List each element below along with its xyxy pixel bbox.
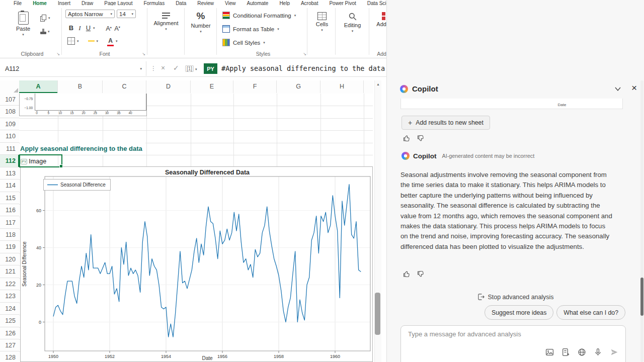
menu-tab-review[interactable]: Review bbox=[192, 0, 219, 6]
number-button[interactable]: % Number ▾ bbox=[188, 8, 213, 33]
pane-collapse-icon[interactable] bbox=[614, 86, 621, 92]
menu-tab-file[interactable]: File bbox=[8, 0, 27, 6]
sheet-cells[interactable]: −0.75−1.000510152025303540 Apply seasona… bbox=[19, 94, 373, 362]
send-icon[interactable] bbox=[610, 348, 618, 356]
enter-icon[interactable]: ✓ bbox=[173, 64, 179, 72]
italic-button[interactable]: I bbox=[76, 24, 84, 33]
bold-button[interactable]: B bbox=[67, 24, 75, 33]
row-header-121[interactable]: 121 bbox=[0, 265, 19, 278]
stop-advanced-analysis-button[interactable]: Stop advanced analysis bbox=[387, 293, 644, 301]
python-object-tag[interactable]: [1] bbox=[185, 65, 194, 72]
column-header-b[interactable]: B bbox=[58, 80, 103, 93]
font-name-combo[interactable]: Aptos Narrow▾ bbox=[65, 10, 115, 18]
fill-color-button[interactable] bbox=[88, 40, 95, 42]
menu-tab-acrobat[interactable]: Acrobat bbox=[295, 0, 324, 6]
row-header-112[interactable]: 112 bbox=[0, 155, 19, 167]
pane-scrollbar-thumb[interactable] bbox=[640, 278, 643, 316]
row-header-115[interactable]: 115 bbox=[0, 192, 19, 204]
row-header-118[interactable]: 118 bbox=[0, 229, 19, 241]
row-header-108[interactable]: 108 bbox=[0, 106, 19, 118]
suggestion-pill-what-else-can-i-do-[interactable]: What else can I do? bbox=[556, 305, 625, 320]
menu-tab-page-layout[interactable]: Page Layout bbox=[99, 0, 138, 6]
row-header-117[interactable]: 117 bbox=[0, 217, 19, 229]
thumbs-down-icon[interactable] bbox=[417, 270, 425, 278]
copilot-chat-box[interactable] bbox=[400, 325, 626, 362]
globe-icon[interactable] bbox=[578, 348, 586, 356]
menu-tab-formulas[interactable]: Formulas bbox=[138, 0, 170, 6]
font-color-button[interactable]: A bbox=[107, 36, 114, 46]
row-header-125[interactable]: 125 bbox=[0, 315, 19, 327]
column-header-e[interactable]: E bbox=[191, 80, 233, 93]
row-header-126[interactable]: 126 bbox=[0, 327, 19, 339]
cancel-icon[interactable]: × bbox=[161, 64, 165, 72]
heading-cell-a111[interactable]: Apply seasonal differencing to the data bbox=[20, 142, 145, 155]
row-header-128[interactable]: 128 bbox=[0, 351, 19, 362]
conditional-formatting-button[interactable]: Conditional Formatting▾ bbox=[222, 12, 296, 19]
clipboard-dialog-launcher-icon[interactable]: ↘ bbox=[56, 52, 60, 56]
row-header-109[interactable]: 109 bbox=[0, 118, 19, 130]
row-header-116[interactable]: 116 bbox=[0, 204, 19, 216]
prompt-library-icon[interactable] bbox=[561, 348, 570, 356]
partial-chart-object[interactable]: −0.75−1.000510152025303540 bbox=[19, 94, 147, 116]
copilot-chat-input[interactable] bbox=[407, 330, 560, 338]
format-painter-button[interactable]: ▾ bbox=[40, 29, 50, 34]
column-header-h[interactable]: H bbox=[320, 80, 364, 93]
sheet-scrollbar-thumb[interactable] bbox=[375, 293, 380, 335]
cell-styles-button[interactable]: Cell Styles▾ bbox=[222, 39, 265, 46]
row-header-107[interactable]: 107 bbox=[0, 94, 19, 106]
chevron-down-icon: ▾ bbox=[165, 27, 167, 31]
pane-scrollbar[interactable] bbox=[640, 80, 643, 362]
menu-tab-insert[interactable]: Insert bbox=[52, 0, 76, 6]
row-header-114[interactable]: 114 bbox=[0, 179, 19, 192]
pane-close-icon[interactable]: × bbox=[631, 83, 637, 93]
editing-button[interactable]: Editing ▾ bbox=[340, 8, 365, 33]
thumbs-up-icon[interactable] bbox=[403, 134, 411, 142]
menu-tab-draw[interactable]: Draw bbox=[76, 0, 99, 6]
menu-tab-power-pivot[interactable]: Power Pivot bbox=[324, 0, 361, 6]
font-dialog-launcher-icon[interactable]: ↘ bbox=[142, 52, 145, 56]
thumbs-up-icon[interactable] bbox=[403, 270, 411, 278]
cells-button[interactable]: Cells ▾ bbox=[312, 8, 332, 32]
add-results-button[interactable]: + Add results to new sheet bbox=[401, 116, 490, 130]
active-cell-selection[interactable] bbox=[19, 154, 62, 167]
microphone-icon[interactable] bbox=[594, 348, 602, 356]
thumbs-down-icon[interactable] bbox=[417, 134, 425, 142]
format-as-table-button[interactable]: Format as Table▾ bbox=[222, 25, 279, 33]
column-header-g[interactable]: G bbox=[277, 80, 320, 93]
menu-tab-help[interactable]: Help bbox=[274, 0, 295, 6]
name-box[interactable]: A112 ▾ bbox=[0, 61, 146, 76]
row-header-110[interactable]: 110 bbox=[0, 130, 19, 142]
alignment-button[interactable]: Alignment ▾ bbox=[152, 8, 180, 31]
column-header-c[interactable]: C bbox=[103, 80, 146, 93]
select-all-corner[interactable] bbox=[0, 80, 20, 94]
row-header-120[interactable]: 120 bbox=[0, 253, 19, 265]
formula-input[interactable]: #Apply seasonal differencing to the data bbox=[221, 64, 385, 72]
row-header-111[interactable]: 111 bbox=[0, 143, 19, 155]
add-image-icon[interactable] bbox=[545, 348, 554, 356]
font-size-combo[interactable]: 14▾ bbox=[117, 10, 136, 18]
row-header-123[interactable]: 123 bbox=[0, 290, 19, 302]
row-header-119[interactable]: 119 bbox=[0, 241, 19, 253]
paste-button[interactable]: Paste ▾ bbox=[12, 8, 34, 36]
column-header-f[interactable]: F bbox=[233, 80, 277, 93]
menu-tab-home[interactable]: Home bbox=[27, 0, 52, 6]
underline-button[interactable]: U bbox=[85, 24, 92, 33]
menu-tab-automate[interactable]: Automate bbox=[242, 0, 274, 6]
row-header-124[interactable]: 124 bbox=[0, 303, 19, 315]
increase-font-button[interactable]: A▴ bbox=[105, 23, 113, 33]
scroll-up-icon[interactable]: ▴ bbox=[375, 82, 381, 86]
suggestion-pill-suggest-more-ideas[interactable]: Suggest more ideas bbox=[485, 305, 553, 320]
row-header-127[interactable]: 127 bbox=[0, 339, 19, 351]
copy-button[interactable]: ▾ bbox=[40, 15, 50, 21]
menu-tab-data[interactable]: Data bbox=[170, 0, 192, 6]
styles-dialog-launcher-icon[interactable]: ↘ bbox=[303, 52, 306, 56]
kebab-icon[interactable]: ⋮ bbox=[150, 65, 156, 72]
column-header-d[interactable]: D bbox=[146, 80, 191, 93]
seasonal-difference-chart-object[interactable]: 1950195219541956195819600204060Seasonal … bbox=[20, 166, 373, 362]
decrease-font-button[interactable]: A▾ bbox=[114, 23, 121, 33]
row-header-113[interactable]: 113 bbox=[0, 167, 19, 179]
borders-icon[interactable] bbox=[67, 37, 75, 45]
menu-tab-view[interactable]: View bbox=[219, 0, 242, 6]
row-header-122[interactable]: 122 bbox=[0, 278, 19, 290]
column-header-a[interactable]: A bbox=[19, 80, 58, 93]
